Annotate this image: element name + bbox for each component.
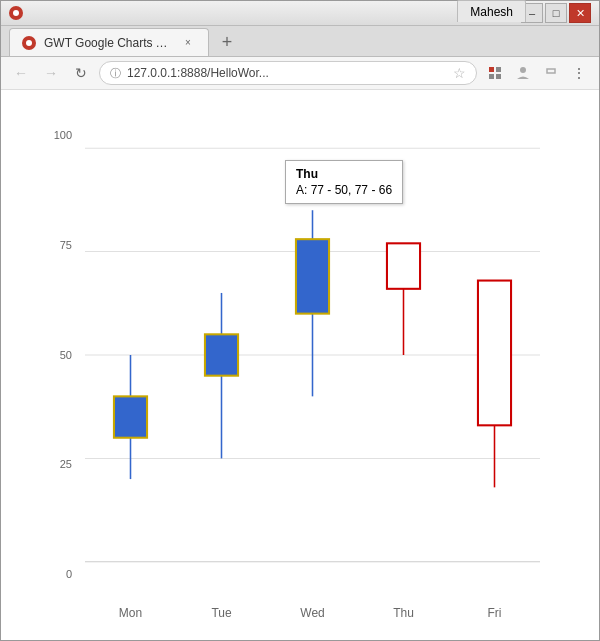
menu-icon[interactable]: ⋮ bbox=[567, 61, 591, 85]
tab-label: GWT Google Charts Tuto... bbox=[44, 36, 172, 50]
address-box[interactable]: ⓘ 127.0.0.1:8888/HelloWor... ☆ bbox=[99, 61, 477, 85]
svg-rect-11 bbox=[114, 396, 147, 437]
svg-rect-3 bbox=[496, 74, 501, 79]
chart-draw-area: Thu A: 77 - 50, 77 - 66 bbox=[85, 130, 540, 580]
x-label-thu: Thu bbox=[374, 606, 434, 620]
x-label-mon: Mon bbox=[101, 606, 161, 620]
x-axis: Mon Tue Wed Thu Fri bbox=[85, 606, 540, 620]
x-label-fri: Fri bbox=[465, 606, 525, 620]
svg-rect-2 bbox=[489, 74, 494, 79]
titlebar-left bbox=[9, 6, 23, 20]
url-text: 127.0.0.1:8888/HelloWor... bbox=[127, 66, 447, 80]
tooltip-title: Thu bbox=[296, 167, 392, 181]
y-label-100: 100 bbox=[54, 130, 72, 141]
active-tab[interactable]: GWT Google Charts Tuto... × bbox=[9, 28, 209, 56]
page-content: 100 75 50 25 0 Mon Tue Wed Thu Fri bbox=[1, 90, 599, 640]
tooltip-value: A: 77 - 50, 77 - 66 bbox=[296, 183, 392, 197]
profile-icon[interactable] bbox=[511, 61, 535, 85]
bookmark-icon[interactable]: ☆ bbox=[453, 65, 466, 81]
svg-rect-1 bbox=[496, 67, 501, 72]
user-name: Mahesh bbox=[470, 5, 513, 19]
tooltip: Thu A: 77 - 50, 77 - 66 bbox=[285, 160, 403, 204]
titlebar-controls: – □ ✕ bbox=[521, 3, 591, 23]
sync-icon[interactable] bbox=[539, 61, 563, 85]
forward-button[interactable]: → bbox=[39, 61, 63, 85]
svg-rect-15 bbox=[296, 239, 329, 313]
toolbar-icons: ⋮ bbox=[483, 61, 591, 85]
new-tab-button[interactable]: + bbox=[213, 28, 241, 56]
y-label-75: 75 bbox=[60, 240, 72, 251]
user-label: Mahesh bbox=[457, 0, 526, 22]
tab-close-button[interactable]: × bbox=[180, 35, 196, 51]
extensions-icon[interactable] bbox=[483, 61, 507, 85]
tabbar: GWT Google Charts Tuto... × + bbox=[1, 26, 599, 57]
svg-point-4 bbox=[520, 67, 526, 73]
y-label-0: 0 bbox=[66, 569, 72, 580]
svg-rect-17 bbox=[387, 243, 420, 289]
close-button[interactable]: ✕ bbox=[569, 3, 591, 23]
addressbar: ← → ↻ ⓘ 127.0.0.1:8888/HelloWor... ☆ ⋮ bbox=[1, 57, 599, 90]
y-axis: 100 75 50 25 0 bbox=[40, 130, 80, 580]
browser-window: Mahesh – □ ✕ GWT Google Charts Tuto... ×… bbox=[0, 0, 600, 641]
browser-logo bbox=[9, 6, 23, 20]
chart-container: 100 75 50 25 0 Mon Tue Wed Thu Fri bbox=[40, 110, 560, 630]
svg-rect-13 bbox=[205, 334, 238, 375]
secure-icon: ⓘ bbox=[110, 66, 121, 81]
svg-rect-19 bbox=[478, 281, 511, 426]
tab-favicon bbox=[22, 36, 36, 50]
x-label-wed: Wed bbox=[283, 606, 343, 620]
y-label-25: 25 bbox=[60, 459, 72, 470]
titlebar: Mahesh – □ ✕ bbox=[1, 1, 599, 26]
x-label-tue: Tue bbox=[192, 606, 252, 620]
svg-rect-0 bbox=[489, 67, 494, 72]
maximize-button[interactable]: □ bbox=[545, 3, 567, 23]
y-label-50: 50 bbox=[60, 350, 72, 361]
refresh-button[interactable]: ↻ bbox=[69, 61, 93, 85]
back-button[interactable]: ← bbox=[9, 61, 33, 85]
